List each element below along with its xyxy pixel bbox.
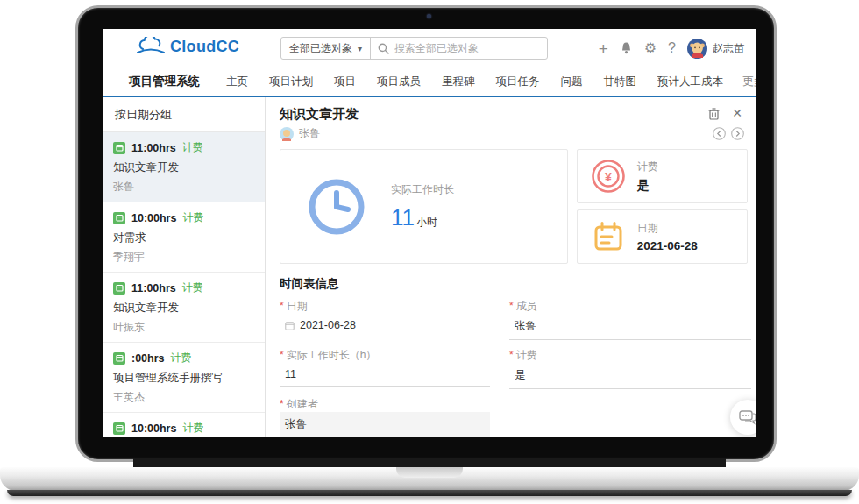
- required-asterisk: *: [280, 349, 284, 361]
- entry-person-name: 季翔宇: [113, 250, 254, 265]
- entry-task-name: 对需求: [113, 231, 254, 245]
- yen-currency-icon: ¥: [591, 159, 626, 194]
- entry-hours: :00hrs: [131, 352, 165, 365]
- duration-label: 实际工作时长: [391, 182, 454, 197]
- field-billing: *计费 是: [509, 348, 751, 389]
- duration-value: 11小时: [391, 204, 454, 231]
- close-icon[interactable]: ✕: [732, 106, 742, 120]
- tab-project-plan[interactable]: 项目计划: [259, 75, 323, 89]
- field-creator-value: 张鲁: [280, 412, 490, 437]
- app-window: CloudCC 全部已选对象 ▾ +: [103, 29, 756, 437]
- timesheet-entry-icon: [113, 282, 125, 295]
- duration-number: 11: [391, 204, 415, 231]
- top-bar: CloudCC 全部已选对象 ▾ +: [103, 29, 756, 67]
- owner-name: 张鲁: [299, 126, 320, 141]
- timesheet-list-item[interactable]: :00hrs 计费 项目管理系统手册撰写 王英杰: [103, 343, 265, 413]
- field-member-label: 成员: [516, 300, 537, 312]
- billing-label: 计费: [637, 160, 658, 174]
- sidebar-group-header[interactable]: 按日期分组: [103, 97, 265, 132]
- user-name: 赵志苗: [713, 41, 744, 56]
- webcam-dot: [427, 14, 431, 18]
- entry-task-name: 知识文章开发: [113, 160, 254, 175]
- laptop-base-notch: [396, 467, 463, 478]
- tab-milestones[interactable]: 里程碑: [431, 75, 486, 89]
- notifications-bell-icon[interactable]: [620, 41, 633, 55]
- cloud-logo-icon: [136, 37, 166, 56]
- tab-project-tasks[interactable]: 项目任务: [486, 75, 550, 89]
- field-member: *成员 张鲁: [509, 299, 751, 340]
- tab-more-label: 更多: [742, 75, 756, 88]
- search-scope-select[interactable]: 全部已选对象 ▾: [281, 38, 371, 59]
- chat-bubble-icon: [739, 410, 756, 425]
- entry-person-name: 王英杰: [113, 390, 254, 405]
- field-date-value[interactable]: 2021-06-28: [280, 314, 490, 337]
- record-owner: 张鲁: [280, 126, 320, 141]
- entry-billing-flag: 计费: [182, 210, 203, 225]
- field-billing-label: 计费: [516, 349, 537, 361]
- billing-value: 是: [637, 178, 658, 194]
- user-menu[interactable]: 赵志苗: [687, 39, 744, 59]
- field-creator-text: 张鲁: [285, 417, 307, 432]
- help-icon[interactable]: ?: [668, 41, 676, 55]
- timesheet-list-item[interactable]: 11:00hrs 计费 知识文章开发 叶振东: [103, 273, 265, 343]
- entry-hours: 11:00hrs: [131, 142, 176, 154]
- date-summary-card: 日期 2021-06-28: [577, 209, 748, 264]
- duration-summary-card: 实际工作时长 11小时: [280, 149, 568, 264]
- app-nav-bar: 项目管理系统 主页 项目计划 项目 项目成员 里程碑 项目任务 问题 甘特图 预…: [103, 67, 756, 97]
- user-avatar: [687, 39, 707, 59]
- entry-billing-flag: 计费: [171, 351, 192, 366]
- tab-gantt[interactable]: 甘特图: [593, 75, 648, 89]
- field-billing-value[interactable]: 是: [509, 363, 751, 389]
- field-actual-hours-value[interactable]: 11: [280, 363, 490, 387]
- app-title: 项目管理系统: [129, 74, 200, 89]
- timesheet-entry-icon: [113, 352, 125, 365]
- add-icon[interactable]: +: [599, 40, 608, 57]
- search-input[interactable]: [394, 42, 540, 54]
- owner-avatar: [280, 127, 294, 141]
- field-member-value[interactable]: 张鲁: [509, 314, 751, 340]
- timesheet-sidebar: 按日期分组 11:00hrs 计费 知识文章开发 张鲁: [103, 97, 266, 437]
- tab-issues[interactable]: 问题: [550, 75, 593, 89]
- entry-hours: 10:00hrs: [131, 212, 176, 224]
- next-record-icon[interactable]: [731, 127, 744, 140]
- timesheet-form: *日期 2021-06-28 *成员 张鲁: [280, 299, 748, 437]
- tab-project[interactable]: 项目: [323, 75, 366, 89]
- timesheet-list-item[interactable]: 10:00hrs 计费 联调接口 张佳林: [103, 413, 265, 437]
- required-asterisk: *: [509, 300, 514, 312]
- tab-project-members[interactable]: 项目成员: [366, 75, 431, 89]
- field-member-text: 张鲁: [515, 319, 536, 334]
- entry-person-name: 叶振东: [113, 320, 254, 335]
- timesheet-entry-icon: [113, 422, 125, 435]
- entry-person-name: 张鲁: [113, 180, 254, 195]
- search-box: [371, 38, 547, 59]
- settings-gear-icon[interactable]: ⚙: [644, 41, 657, 55]
- tab-more[interactable]: 更多 ▾: [734, 75, 756, 89]
- entry-task-name: 项目管理系统手册撰写: [113, 371, 254, 386]
- duration-unit: 小时: [416, 216, 437, 228]
- field-date-label: 日期: [287, 300, 308, 312]
- field-creator: *创建者 张鲁: [280, 397, 490, 437]
- tab-estimated-labor-cost[interactable]: 预计人工成本: [647, 75, 734, 89]
- entry-hours: 10:00hrs: [131, 422, 176, 435]
- calendar-icon: [591, 219, 626, 254]
- timesheet-info-section-title: 时间表信息: [280, 276, 748, 292]
- required-asterisk: *: [280, 300, 284, 312]
- content-body: 按日期分组 11:00hrs 计费 知识文章开发 张鲁: [103, 97, 756, 437]
- required-asterisk: *: [280, 398, 284, 410]
- field-actual-hours: *实际工作时长（h） 11: [280, 348, 490, 389]
- logo-text: CloudCC: [170, 38, 239, 56]
- clock-icon: [307, 177, 366, 237]
- field-creator-label: 创建者: [287, 398, 318, 410]
- previous-record-icon[interactable]: [713, 127, 726, 140]
- timesheet-entry-icon: [113, 212, 125, 224]
- entry-billing-flag: 计费: [182, 421, 203, 436]
- field-actual-hours-text: 11: [285, 368, 296, 380]
- timesheet-list-item[interactable]: 10:00hrs 计费 对需求 季翔宇: [103, 202, 265, 273]
- tab-home[interactable]: 主页: [216, 75, 259, 89]
- timesheet-list-item[interactable]: 11:00hrs 计费 知识文章开发 张鲁: [103, 132, 265, 202]
- cloudcc-logo: CloudCC: [136, 37, 239, 56]
- field-actual-hours-label: 实际工作时长（h）: [287, 349, 377, 361]
- delete-trash-icon[interactable]: [708, 107, 720, 120]
- top-right-actions: + ⚙ ? 赵志苗: [599, 29, 744, 67]
- field-date: *日期 2021-06-28: [280, 299, 490, 340]
